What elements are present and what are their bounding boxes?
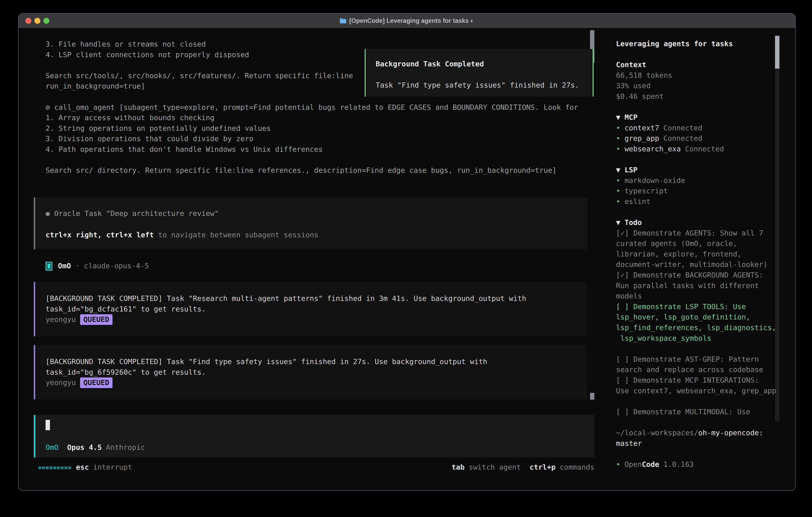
todo-line-active: lsp_find_references, lsp_diagnostics, <box>616 323 778 333</box>
blank-line <box>46 155 578 165</box>
version-line: •OpenCode1.0.163 <box>616 459 778 470</box>
hint-text: to navigate between subagent sessions <box>154 231 318 239</box>
app-version: 1.0.163 <box>663 460 694 468</box>
status-dot-icon: • <box>616 145 620 153</box>
toast-body: Task "Find type safety issues" finished … <box>376 80 592 90</box>
traffic-lights <box>25 18 49 24</box>
status-dot-icon: • <box>616 176 620 185</box>
todo-line: [ ] Demonstrate MCP INTEGRATIONS: <box>616 375 778 386</box>
agent-model: claude-opus-4-5 <box>84 262 149 270</box>
author-label: yeongyu <box>46 378 76 387</box>
todo-line: Run parallel tasks with different <box>616 280 778 291</box>
gear-icon: ⚙ <box>46 103 50 111</box>
esc-key-label: interrupt <box>93 462 132 472</box>
mcp-status: Connected <box>663 124 702 132</box>
section-header-todo[interactable]: ▼Todo <box>616 217 778 228</box>
message-meta: yeongyuQUEUED <box>46 314 587 325</box>
message-line: [BACKGROUND TASK COMPLETED] Task "Resear… <box>46 293 587 304</box>
window-title: [OpenCode] Leveraging agents for tasks ◐ <box>349 17 474 24</box>
sidebar: Leveraging agents for tasks Context 66,5… <box>616 38 778 470</box>
tab-key-label: switch agent <box>469 462 521 472</box>
status-dot-icon: • <box>616 124 620 132</box>
collapse-icon: ▼ <box>616 166 620 174</box>
prompt-input[interactable]: OmOOpus 4.5Anthropic <box>34 415 594 457</box>
todo-line: Use context7, websearch_exa, grep_app <box>616 386 778 396</box>
todo-line: curated agents (OmO, oracle, <box>616 238 778 249</box>
omo-agent-icon <box>46 262 52 271</box>
mcp-name: grep_app <box>625 134 659 142</box>
terminal-line: 4. Path operations that don't handle Win… <box>46 144 578 155</box>
status-badge: QUEUED <box>80 314 113 325</box>
tab-key-hint: tab <box>452 462 465 472</box>
input-model-label[interactable]: Opus 4.5 <box>67 443 102 452</box>
todo-line: [ ] Demonstrate MULTIMODAL: Use <box>616 407 778 417</box>
terminal-line: 3. File handles or streams not closed <box>46 39 578 50</box>
minimize-button[interactable] <box>34 18 40 24</box>
message-block[interactable]: [BACKGROUND TASK COMPLETED] Task "Resear… <box>34 282 587 336</box>
todo-line: [ ] Demonstrate AST-GREP: Pattern <box>616 354 778 365</box>
context-spent: $0.46 spent <box>616 91 778 102</box>
blank-line <box>616 417 778 428</box>
todo-header-label: Todo <box>625 218 642 226</box>
mcp-item: •grep_appConnected <box>616 133 778 144</box>
opencode-window: [OpenCode] Leveraging agents for tasks ◐… <box>18 13 796 491</box>
text-cursor <box>46 420 50 430</box>
mcp-name: websearch_exa <box>625 145 681 153</box>
section-header-mcp[interactable]: ▼MCP <box>616 112 778 123</box>
message-line: task_id="bg_6f59260c" to get results. <box>46 367 587 378</box>
todo-line: models <box>616 291 778 301</box>
esc-key-hint: esc <box>76 462 89 472</box>
agent-name: OmO <box>58 262 71 270</box>
close-button[interactable] <box>25 18 31 24</box>
terminal-line: 1. Array access without bounds checking <box>46 113 578 123</box>
blank-line <box>616 49 778 60</box>
lsp-name: markdown-oxide <box>625 176 685 185</box>
status-dot-icon: • <box>616 134 620 142</box>
working-spinner: ▪▪▪▪▪▪▪▪▪ <box>37 462 71 472</box>
tool-call-line: ⚙ call_omo_agent [subagent_type=explore,… <box>46 102 578 113</box>
message-block[interactable]: [BACKGROUND TASK COMPLETED] Task "Find t… <box>34 345 587 400</box>
status-dot-icon: • <box>616 197 620 206</box>
section-header-lsp[interactable]: ▼LSP <box>616 165 778 175</box>
input-agent-label: OmO <box>46 443 59 452</box>
todo-line: [✓] Demonstrate BACKGROUND AGENTS: <box>616 270 778 280</box>
todo-line: search and replace across codebase <box>616 364 778 375</box>
author-label: yeongyu <box>46 315 76 324</box>
blank-line <box>616 154 778 165</box>
background-task-toast[interactable]: Background Task Completed Task "Find typ… <box>365 49 593 97</box>
folder-icon <box>340 18 346 24</box>
titlebar[interactable]: [OpenCode] Leveraging agents for tasks ◐ <box>19 13 795 28</box>
hint-keys: ctrl+x right, ctrl+x left <box>46 231 154 239</box>
blank-line <box>616 448 778 459</box>
app-name-dim: Open <box>625 460 642 468</box>
path-repo: oh-my-opencode: <box>698 429 763 437</box>
subagent-nav-hint: ctrl+x right, ctrl+x left to navigate be… <box>46 230 587 240</box>
git-branch: master <box>616 438 778 449</box>
mcp-name: context7 <box>625 124 659 132</box>
zoom-button[interactable] <box>44 18 49 24</box>
mcp-item: •context7Connected <box>616 123 778 133</box>
message-meta: yeongyuQUEUED <box>46 377 587 388</box>
context-header: Context <box>616 60 778 70</box>
ctrl-p-key-label: commands <box>560 462 594 472</box>
status-badge: QUEUED <box>80 377 113 388</box>
blank-line <box>616 396 778 407</box>
ctrl-p-key-hint: ctrl+p <box>530 462 556 472</box>
path-prefix: ~/local-workspaces/ <box>616 429 698 437</box>
main-scrollbar-thumb[interactable] <box>590 393 594 400</box>
agent-separator: · <box>71 262 84 270</box>
mcp-item: •websearch_exaConnected <box>616 144 778 154</box>
lsp-header-label: LSP <box>625 166 638 174</box>
status-bar: ▪▪▪▪▪▪▪▪▪ esc interrupt tab switch agent… <box>34 462 594 472</box>
tool-call-text: call_omo_agent [subagent_type=explore, p… <box>50 103 578 111</box>
toast-title: Background Task Completed <box>376 59 592 70</box>
todo-line: librarian, explore, frontend, <box>616 249 778 260</box>
message-line: task_id="bg_dcfac161" to get results. <box>46 304 587 315</box>
context-used: 33% used <box>616 81 778 91</box>
app-name-bold: Code <box>642 460 659 468</box>
terminal-line: 2. String operations on potentially unde… <box>46 123 578 134</box>
oracle-task-panel[interactable]: ◉ Oracle Task "Deep architecture review"… <box>34 197 587 249</box>
lsp-item: •markdown-oxide <box>616 175 778 186</box>
message-line: [BACKGROUND TASK COMPLETED] Task "Find t… <box>46 356 587 367</box>
todo-line-active: [ ] Demonstrate LSP TOOLS: Use <box>616 301 778 312</box>
